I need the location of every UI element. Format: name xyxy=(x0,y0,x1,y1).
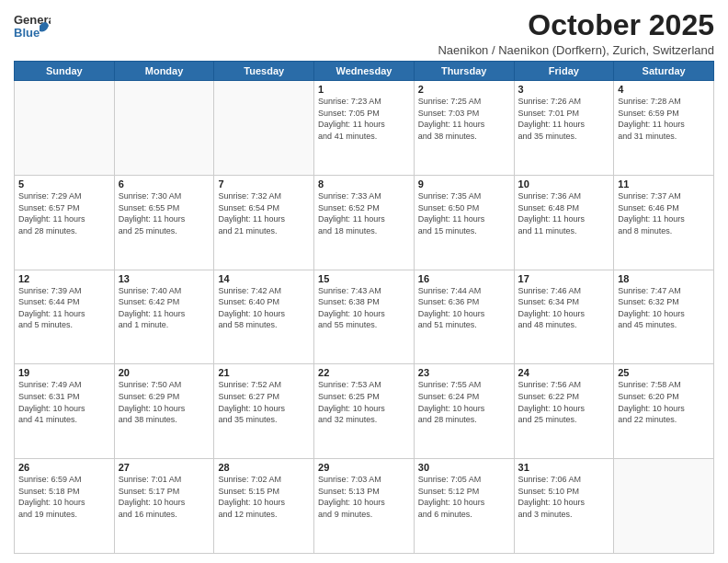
day-number: 15 xyxy=(318,273,410,284)
day-number: 6 xyxy=(119,178,210,190)
day-number: 17 xyxy=(518,273,610,284)
day-number: 21 xyxy=(218,367,310,378)
table-row: 21Sunrise: 7:52 AMSunset: 6:27 PMDayligh… xyxy=(214,364,314,459)
table-row: 22Sunrise: 7:53 AMSunset: 6:25 PMDayligh… xyxy=(314,364,415,459)
day-number: 19 xyxy=(18,367,110,378)
header-friday: Friday xyxy=(514,62,614,81)
calendar-table: Sunday Monday Tuesday Wednesday Thursday… xyxy=(14,61,714,554)
table-row: 30Sunrise: 7:05 AMSunset: 5:12 PMDayligh… xyxy=(414,459,514,554)
table-row: 15Sunrise: 7:43 AMSunset: 6:38 PMDayligh… xyxy=(314,270,415,364)
header-monday: Monday xyxy=(114,62,214,81)
table-row: 20Sunrise: 7:50 AMSunset: 6:29 PMDayligh… xyxy=(114,364,214,459)
table-row: 7Sunrise: 7:32 AMSunset: 6:54 PMDaylight… xyxy=(214,175,314,270)
header-saturday: Saturday xyxy=(614,62,714,81)
day-info: Sunrise: 7:43 AMSunset: 6:38 PMDaylight:… xyxy=(318,285,410,331)
table-row: 19Sunrise: 7:49 AMSunset: 6:31 PMDayligh… xyxy=(15,364,115,459)
day-number: 5 xyxy=(18,178,110,190)
day-number: 28 xyxy=(218,462,310,473)
table-row: 4Sunrise: 7:28 AMSunset: 6:59 PMDaylight… xyxy=(614,81,714,176)
day-info: Sunrise: 7:42 AMSunset: 6:40 PMDaylight:… xyxy=(218,285,310,331)
table-row: 2Sunrise: 7:25 AMSunset: 7:03 PMDaylight… xyxy=(414,81,514,176)
day-info: Sunrise: 7:50 AMSunset: 6:29 PMDaylight:… xyxy=(119,379,210,425)
day-info: Sunrise: 7:01 AMSunset: 5:17 PMDaylight:… xyxy=(119,474,210,520)
day-number: 13 xyxy=(119,273,210,284)
day-info: Sunrise: 6:59 AMSunset: 5:18 PMDaylight:… xyxy=(18,474,110,520)
day-number: 23 xyxy=(418,367,510,378)
day-number: 25 xyxy=(618,367,710,378)
table-row: 31Sunrise: 7:06 AMSunset: 5:10 PMDayligh… xyxy=(514,459,614,554)
table-row: 16Sunrise: 7:44 AMSunset: 6:36 PMDayligh… xyxy=(414,270,514,364)
svg-text:Blue: Blue xyxy=(14,26,40,40)
day-info: Sunrise: 7:49 AMSunset: 6:31 PMDaylight:… xyxy=(18,379,110,425)
day-info: Sunrise: 7:58 AMSunset: 6:20 PMDaylight:… xyxy=(618,379,710,425)
table-row xyxy=(15,81,115,176)
table-row xyxy=(614,459,714,554)
day-number: 18 xyxy=(618,273,710,284)
day-info: Sunrise: 7:46 AMSunset: 6:34 PMDaylight:… xyxy=(518,285,610,331)
day-number: 4 xyxy=(618,84,710,95)
table-row: 24Sunrise: 7:56 AMSunset: 6:22 PMDayligh… xyxy=(514,364,614,459)
table-row: 11Sunrise: 7:37 AMSunset: 6:46 PMDayligh… xyxy=(614,175,714,270)
day-info: Sunrise: 7:03 AMSunset: 5:13 PMDaylight:… xyxy=(318,474,410,520)
day-number: 2 xyxy=(418,84,510,95)
day-info: Sunrise: 7:23 AMSunset: 7:05 PMDaylight:… xyxy=(318,96,410,142)
day-number: 11 xyxy=(618,178,710,190)
day-info: Sunrise: 7:40 AMSunset: 6:42 PMDaylight:… xyxy=(119,285,210,331)
header-tuesday: Tuesday xyxy=(214,62,314,81)
table-row: 5Sunrise: 7:29 AMSunset: 6:57 PMDaylight… xyxy=(15,175,115,270)
table-row: 3Sunrise: 7:26 AMSunset: 7:01 PMDaylight… xyxy=(514,81,614,176)
table-row: 1Sunrise: 7:23 AMSunset: 7:05 PMDaylight… xyxy=(314,81,415,176)
table-row: 10Sunrise: 7:36 AMSunset: 6:48 PMDayligh… xyxy=(514,175,614,270)
table-row: 25Sunrise: 7:58 AMSunset: 6:20 PMDayligh… xyxy=(614,364,714,459)
day-number: 7 xyxy=(218,178,310,190)
calendar-week-row: 12Sunrise: 7:39 AMSunset: 6:44 PMDayligh… xyxy=(15,270,714,364)
table-row: 6Sunrise: 7:30 AMSunset: 6:55 PMDaylight… xyxy=(114,175,214,270)
day-info: Sunrise: 7:33 AMSunset: 6:52 PMDaylight:… xyxy=(318,190,410,236)
day-info: Sunrise: 7:55 AMSunset: 6:24 PMDaylight:… xyxy=(418,379,510,425)
header-sunday: Sunday xyxy=(15,62,115,81)
calendar-week-row: 5Sunrise: 7:29 AMSunset: 6:57 PMDaylight… xyxy=(15,175,714,270)
day-number: 30 xyxy=(418,462,510,473)
day-number: 29 xyxy=(318,462,410,473)
day-info: Sunrise: 7:32 AMSunset: 6:54 PMDaylight:… xyxy=(218,190,310,236)
page: General Blue October 2025 Naenikon / Nae… xyxy=(0,0,728,563)
calendar-week-row: 19Sunrise: 7:49 AMSunset: 6:31 PMDayligh… xyxy=(15,364,714,459)
day-number: 31 xyxy=(518,462,610,473)
day-info: Sunrise: 7:47 AMSunset: 6:32 PMDaylight:… xyxy=(618,285,710,331)
month-title: October 2025 xyxy=(51,9,714,41)
table-row: 26Sunrise: 6:59 AMSunset: 5:18 PMDayligh… xyxy=(15,459,115,554)
day-number: 22 xyxy=(318,367,410,378)
table-row: 14Sunrise: 7:42 AMSunset: 6:40 PMDayligh… xyxy=(214,270,314,364)
day-info: Sunrise: 7:56 AMSunset: 6:22 PMDaylight:… xyxy=(518,379,610,425)
calendar-week-row: 26Sunrise: 6:59 AMSunset: 5:18 PMDayligh… xyxy=(15,459,714,554)
day-number: 24 xyxy=(518,367,610,378)
header: General Blue October 2025 Naenikon / Nae… xyxy=(14,9,714,57)
day-number: 3 xyxy=(518,84,610,95)
day-info: Sunrise: 7:28 AMSunset: 6:59 PMDaylight:… xyxy=(618,96,710,142)
table-row: 27Sunrise: 7:01 AMSunset: 5:17 PMDayligh… xyxy=(114,459,214,554)
title-area: October 2025 Naenikon / Naenikon (Dorfke… xyxy=(51,9,714,57)
day-info: Sunrise: 7:06 AMSunset: 5:10 PMDaylight:… xyxy=(518,474,610,520)
day-number: 10 xyxy=(518,178,610,190)
table-row: 28Sunrise: 7:02 AMSunset: 5:15 PMDayligh… xyxy=(214,459,314,554)
logo-icon: General Blue xyxy=(14,9,51,44)
calendar-week-row: 1Sunrise: 7:23 AMSunset: 7:05 PMDaylight… xyxy=(15,81,714,176)
day-info: Sunrise: 7:53 AMSunset: 6:25 PMDaylight:… xyxy=(318,379,410,425)
day-number: 12 xyxy=(18,273,110,284)
day-number: 1 xyxy=(318,84,410,95)
day-info: Sunrise: 7:52 AMSunset: 6:27 PMDaylight:… xyxy=(218,379,310,425)
day-number: 9 xyxy=(418,178,510,190)
table-row: 29Sunrise: 7:03 AMSunset: 5:13 PMDayligh… xyxy=(314,459,415,554)
table-row: 9Sunrise: 7:35 AMSunset: 6:50 PMDaylight… xyxy=(414,175,514,270)
logo: General Blue xyxy=(14,9,51,44)
header-thursday: Thursday xyxy=(414,62,514,81)
day-info: Sunrise: 7:26 AMSunset: 7:01 PMDaylight:… xyxy=(518,96,610,142)
table-row: 8Sunrise: 7:33 AMSunset: 6:52 PMDaylight… xyxy=(314,175,415,270)
day-number: 16 xyxy=(418,273,510,284)
day-number: 26 xyxy=(18,462,110,473)
header-wednesday: Wednesday xyxy=(314,62,415,81)
day-info: Sunrise: 7:36 AMSunset: 6:48 PMDaylight:… xyxy=(518,190,610,236)
day-number: 27 xyxy=(119,462,210,473)
day-info: Sunrise: 7:35 AMSunset: 6:50 PMDaylight:… xyxy=(418,190,510,236)
table-row: 12Sunrise: 7:39 AMSunset: 6:44 PMDayligh… xyxy=(15,270,115,364)
